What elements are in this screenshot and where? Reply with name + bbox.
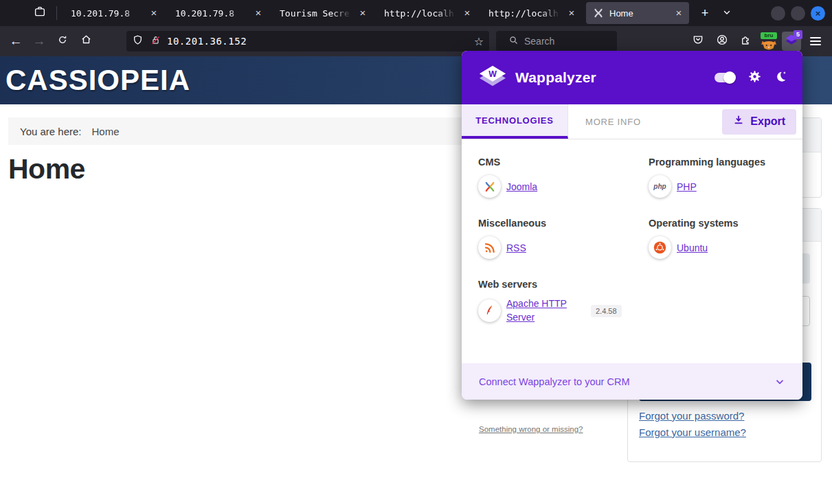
rss-icon — [478, 236, 501, 259]
shield-icon[interactable] — [132, 34, 144, 49]
tab-title: 10.201.79.8 — [175, 8, 248, 19]
enable-toggle[interactable] — [715, 73, 735, 82]
download-icon — [733, 115, 744, 128]
tab-1[interactable]: 10.201.79.8 × — [64, 3, 166, 23]
export-button[interactable]: Export — [722, 109, 796, 135]
pocket-button[interactable] — [688, 32, 708, 51]
tech-item-apache: Apache HTTP Server 2.4.58 — [478, 297, 649, 324]
section-programming-languages: Programming languages php PHP — [649, 157, 786, 198]
extensions-button[interactable] — [737, 32, 756, 51]
back-icon: ← — [10, 34, 23, 49]
tab-title: http://localh — [488, 8, 561, 19]
tab-home[interactable]: Home × — [586, 2, 689, 24]
apache-icon — [478, 299, 501, 322]
firefox-view-icon — [34, 5, 46, 21]
close-icon[interactable]: × — [673, 7, 685, 19]
url-bar[interactable]: 10.201.36.152 ☆ — [126, 31, 489, 51]
home-icon — [80, 34, 92, 49]
crm-footer-label: Connect Wappalyzer to your CRM — [479, 376, 629, 387]
wappalyzer-extension-button[interactable]: 5 — [782, 32, 801, 51]
tab-title: Tourism Secre — [280, 8, 352, 19]
wappalyzer-logo-icon: W — [477, 62, 508, 93]
section-cms: CMS Joomla — [478, 157, 649, 198]
home-button[interactable] — [76, 31, 96, 51]
tech-item-ubuntu: Ubuntu — [649, 236, 786, 259]
account-button[interactable] — [712, 32, 732, 51]
tech-item-joomla: Joomla — [478, 175, 649, 198]
forgot-username-link[interactable]: Forgot your username? — [639, 426, 746, 438]
joomla-icon — [478, 175, 501, 198]
search-placeholder: Search — [524, 36, 554, 47]
report-issue-link[interactable]: Something wrong or missing? — [479, 425, 583, 433]
close-icon[interactable]: × — [148, 7, 160, 19]
wappalyzer-badge: 5 — [794, 30, 802, 39]
window-button-1[interactable] — [771, 6, 785, 21]
section-miscellaneous: Miscellaneous RSS — [478, 218, 649, 259]
url-text: 10.201.36.152 — [167, 36, 247, 47]
tab-bar: 10.201.79.8 × 10.201.79.8 × Tourism Secr… — [0, 0, 832, 26]
hamburger-icon — [810, 37, 821, 45]
forgot-password-link[interactable]: Forgot your password? — [639, 410, 744, 422]
tech-link-joomla[interactable]: Joomla — [506, 181, 537, 192]
close-icon[interactable]: × — [565, 7, 578, 19]
tab-title: 10.201.79.8 — [71, 8, 144, 19]
back-button[interactable]: ← — [5, 31, 26, 51]
bru-extension-button[interactable]: bru — [761, 32, 777, 50]
forward-button[interactable]: → — [29, 31, 49, 51]
window-close-button[interactable]: × — [811, 6, 825, 21]
tab-more-info[interactable]: MORE INFO — [585, 104, 641, 139]
wappalyzer-header: W Wappalyzer — [462, 51, 802, 104]
close-icon[interactable]: × — [357, 7, 369, 19]
wappalyzer-content: CMS Joomla Programming languages — [462, 139, 802, 344]
theme-button[interactable] — [774, 70, 787, 86]
window-button-2[interactable] — [791, 6, 805, 21]
tab-title: http://localh — [384, 8, 457, 19]
tab-title: Home — [609, 8, 668, 19]
section-title: Miscellaneous — [478, 218, 649, 229]
list-tabs-button[interactable] — [718, 4, 736, 22]
breadcrumb-current: Home — [92, 126, 120, 137]
tab-5[interactable]: http://localh × — [482, 3, 583, 23]
section-title: Programming languages — [649, 157, 786, 168]
bookmark-star-icon[interactable]: ☆ — [474, 35, 484, 48]
search-bar[interactable]: Search — [496, 31, 617, 51]
tech-link-rss[interactable]: RSS — [506, 242, 526, 253]
tech-link-ubuntu[interactable]: Ubuntu — [677, 242, 708, 253]
version-badge: 2.4.58 — [591, 305, 622, 317]
puzzle-icon — [740, 34, 752, 49]
tech-item-php: php PHP — [649, 175, 786, 198]
window-controls: × — [771, 6, 825, 21]
reload-button[interactable] — [52, 31, 73, 51]
crm-footer[interactable]: Connect Wappalyzer to your CRM — [462, 363, 802, 400]
section-title: Operating systems — [649, 218, 786, 229]
tech-item-rss: RSS — [478, 236, 649, 259]
firefox-view-button[interactable] — [32, 5, 48, 21]
section-operating-systems: Operating systems Ubuntu — [649, 218, 786, 259]
tech-link-php[interactable]: PHP — [677, 181, 697, 192]
tech-link-apache[interactable]: Apache HTTP Server — [506, 297, 572, 324]
breadcrumb-label: You are here: — [20, 126, 82, 137]
moon-icon — [774, 70, 787, 86]
svg-text:W: W — [488, 69, 497, 79]
tab-technologies[interactable]: TECHNOLOGIES — [462, 104, 568, 139]
new-tab-button[interactable]: + — [696, 4, 714, 22]
settings-button[interactable] — [748, 70, 761, 86]
export-label: Export — [750, 115, 785, 128]
wappalyzer-tabs: TECHNOLOGIES MORE INFO Export — [462, 104, 802, 139]
tab-2[interactable]: 10.201.79.8 × — [168, 3, 270, 23]
tab-separator — [56, 6, 57, 20]
tab-4[interactable]: http://localh × — [377, 3, 479, 23]
tab-3[interactable]: Tourism Secre × — [273, 3, 374, 23]
forward-icon: → — [33, 34, 46, 49]
wappalyzer-popup: W Wappalyzer — [462, 51, 802, 400]
menu-button[interactable] — [806, 32, 825, 51]
wappalyzer-brand: Wappalyzer — [515, 69, 596, 86]
close-icon[interactable]: × — [252, 7, 265, 19]
account-icon — [716, 34, 728, 49]
pocket-icon — [692, 34, 704, 49]
joomla-favicon-icon — [593, 8, 604, 19]
insecure-lock-icon[interactable] — [150, 34, 161, 49]
bru-extension-label: bru — [761, 32, 777, 39]
close-icon[interactable]: × — [461, 7, 473, 19]
ubuntu-icon — [649, 236, 671, 259]
